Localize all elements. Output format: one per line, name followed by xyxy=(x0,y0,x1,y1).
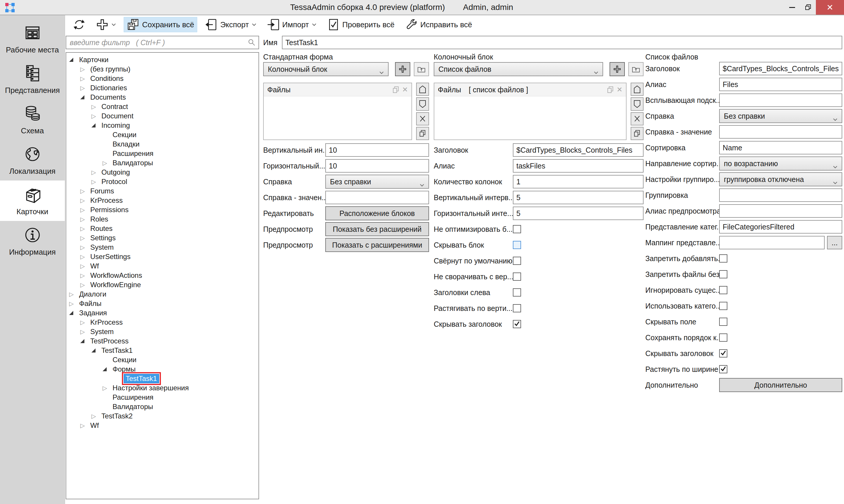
checkbox[interactable] xyxy=(719,254,728,263)
tree-item[interactable]: Задания xyxy=(66,308,258,318)
collapsed-arrow-icon[interactable]: ▷ xyxy=(80,244,90,251)
text-input[interactable]: 10 xyxy=(325,143,429,157)
collapsed-arrow-icon[interactable]: ▷ xyxy=(80,206,90,213)
delete-button[interactable] xyxy=(631,112,644,125)
copy-icon[interactable] xyxy=(607,86,614,93)
checkbox[interactable] xyxy=(719,349,728,358)
tree-item[interactable]: ▷Диалоги xyxy=(66,289,258,299)
files-control-panel[interactable]: Файлы [ список файлов ] ✕ xyxy=(434,83,627,140)
text-input[interactable] xyxy=(719,125,842,139)
add-block-button[interactable] xyxy=(395,62,410,76)
sidebar-item-schema[interactable]: Схема xyxy=(0,100,65,140)
text-input[interactable]: Files xyxy=(719,78,842,91)
tree-item[interactable]: ▷Настройки завершения xyxy=(66,383,258,393)
expanded-arrow-icon[interactable] xyxy=(80,339,90,343)
tree-item[interactable]: ▷UserSettings xyxy=(66,252,258,262)
tree-item[interactable]: Расширения xyxy=(66,149,258,158)
import-button[interactable]: Импорт xyxy=(264,17,320,32)
move-up-button[interactable] xyxy=(631,83,644,96)
tree-item[interactable]: ▷Protocol xyxy=(66,177,258,186)
tree-item[interactable]: TestTask1 xyxy=(66,346,258,355)
text-input[interactable]: $CardTypes_Blocks_Controls_Files xyxy=(719,62,842,75)
text-input[interactable]: taskFiles xyxy=(513,159,644,173)
text-input[interactable] xyxy=(325,191,429,204)
tree-item[interactable]: ▷Routes xyxy=(66,224,258,233)
block-type-dropdown[interactable]: Колоночный блок xyxy=(263,62,389,76)
collapsed-arrow-icon[interactable]: ▷ xyxy=(80,216,90,223)
open-control-button[interactable] xyxy=(628,62,644,76)
tree-item[interactable]: ▷Валидаторы xyxy=(66,158,258,168)
text-input[interactable] xyxy=(719,93,842,107)
sidebar-item-workplaces[interactable]: Рабочие места xyxy=(0,19,65,59)
copy-button[interactable] xyxy=(416,127,429,140)
checkbox[interactable] xyxy=(719,334,728,342)
text-input[interactable]: Name xyxy=(719,141,842,155)
filter-input[interactable]: введите фильтр ( Ctrl+F ) xyxy=(66,36,259,49)
copy-button[interactable] xyxy=(631,127,644,140)
verify-all-button[interactable]: Проверить всё xyxy=(324,17,397,32)
tree-item[interactable]: ▷Outgoing xyxy=(66,168,258,177)
expanded-arrow-icon[interactable] xyxy=(103,367,112,371)
collapsed-arrow-icon[interactable]: ▷ xyxy=(91,169,102,176)
checkbox[interactable] xyxy=(513,304,521,312)
checkbox[interactable] xyxy=(513,257,521,265)
collapsed-arrow-icon[interactable]: ▷ xyxy=(103,384,112,392)
tree-item[interactable]: TestProcess xyxy=(66,336,258,346)
collapsed-arrow-icon[interactable]: ▷ xyxy=(91,413,102,420)
checkbox[interactable] xyxy=(513,272,521,281)
checkbox[interactable] xyxy=(719,302,728,310)
files-block-panel[interactable]: Файлы ✕ xyxy=(263,83,412,140)
control-type-dropdown[interactable]: Список файлов xyxy=(434,62,603,76)
tree-item[interactable]: ▷TestTask2 xyxy=(66,411,258,421)
minimize-button[interactable] xyxy=(784,0,800,15)
dropdown[interactable]: Без справки xyxy=(325,175,429,189)
collapsed-arrow-icon[interactable]: ▷ xyxy=(80,66,90,73)
sidebar-item-localization[interactable]: Локализация xyxy=(0,140,65,180)
tree-item[interactable]: ▷System xyxy=(66,242,258,252)
delete-button[interactable] xyxy=(416,112,429,125)
text-input[interactable]: 1 xyxy=(513,175,644,188)
tree-item[interactable]: Incoming xyxy=(66,121,258,130)
tree-item[interactable]: ▷Файлы xyxy=(66,299,258,308)
tree-item[interactable]: ▷Contract xyxy=(66,102,258,111)
collapsed-arrow-icon[interactable]: ▷ xyxy=(80,225,90,232)
checkbox[interactable] xyxy=(719,365,728,373)
collapsed-arrow-icon[interactable]: ▷ xyxy=(91,178,102,185)
collapsed-arrow-icon[interactable]: ▷ xyxy=(91,103,102,110)
tree-item[interactable]: Карточки xyxy=(66,55,258,65)
action-button[interactable]: Расположение блоков xyxy=(325,206,429,220)
tree-item[interactable]: ▷KrProcess xyxy=(66,318,258,327)
sidebar-item-info[interactable]: Информация xyxy=(0,221,65,262)
text-input[interactable]: 5 xyxy=(513,191,644,204)
save-all-button[interactable]: Сохранить всё xyxy=(124,17,197,32)
checkbox[interactable] xyxy=(719,270,728,278)
tree-item[interactable]: ▷Dictionaries xyxy=(66,83,258,93)
tree-item[interactable]: ▷WorkflowEngine xyxy=(66,280,258,289)
checkbox[interactable] xyxy=(719,318,728,326)
expanded-arrow-icon[interactable] xyxy=(91,123,102,127)
checkbox[interactable] xyxy=(513,225,521,233)
tree-item[interactable]: ▷Roles xyxy=(66,215,258,224)
collapsed-arrow-icon[interactable]: ▷ xyxy=(80,422,90,429)
collapsed-arrow-icon[interactable]: ▷ xyxy=(80,263,90,270)
dropdown[interactable]: по возрастанию xyxy=(719,157,842,170)
tree-item[interactable]: ▷WorkflowActions xyxy=(66,271,258,280)
tree-item-selected[interactable]: TestTask1 xyxy=(66,374,258,383)
collapsed-arrow-icon[interactable]: ▷ xyxy=(80,253,90,260)
tree-item[interactable]: Вкладки xyxy=(66,140,258,149)
tree-item[interactable]: Валидаторы xyxy=(66,402,258,411)
checkbox[interactable] xyxy=(513,320,521,328)
expanded-arrow-icon[interactable] xyxy=(91,348,102,353)
move-up-button[interactable] xyxy=(416,83,429,96)
add-control-button[interactable] xyxy=(610,62,625,76)
collapsed-arrow-icon[interactable]: ▷ xyxy=(69,291,79,298)
dropdown[interactable]: Без справки xyxy=(719,109,842,123)
text-input[interactable]: 5 xyxy=(513,206,644,220)
tree-item[interactable]: ▷Document xyxy=(66,111,258,121)
tree-item[interactable]: ▷Conditions xyxy=(66,74,258,83)
checkbox[interactable] xyxy=(513,241,521,249)
collapsed-arrow-icon[interactable]: ▷ xyxy=(80,319,90,326)
tree-item[interactable]: ▷Forums xyxy=(66,186,258,196)
text-input[interactable]: 10 xyxy=(325,159,429,173)
add-button[interactable] xyxy=(93,17,119,32)
